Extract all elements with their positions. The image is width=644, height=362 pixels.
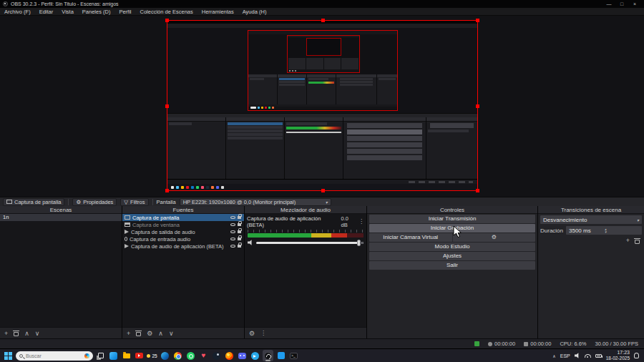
volume-icon[interactable] — [575, 353, 580, 358]
move-scene-down-button[interactable]: ∨ — [35, 330, 40, 337]
settings-button[interactable]: Ajustes — [369, 252, 535, 260]
notifications-icon[interactable] — [634, 353, 639, 358]
start-recording-button[interactable]: Iniciar Grabación — [369, 224, 535, 233]
mixer-menu-kebab-icon[interactable]: ⋮ — [260, 330, 266, 337]
transition-select[interactable]: Desvanecimiento ▾ — [540, 215, 642, 224]
move-source-up-button[interactable]: ∧ — [158, 330, 163, 337]
studio-mode-button[interactable]: Modo Estudio — [369, 243, 535, 251]
start-virtual-camera-button[interactable]: Iniciar Cámara Virtual ⚙ — [369, 233, 535, 242]
battery-icon[interactable] — [595, 354, 602, 358]
obs-taskbar-icon[interactable] — [263, 350, 273, 361]
close-button[interactable]: × — [628, 0, 641, 8]
firefox-icon[interactable] — [224, 350, 235, 361]
speaker-icon[interactable] — [248, 240, 253, 245]
volume-slider-knob[interactable] — [357, 240, 361, 246]
properties-button[interactable]: ⚙ Propiedades — [72, 198, 117, 206]
mixer-dock-title[interactable]: Mezclador de audio — [245, 206, 366, 214]
volume-slider[interactable] — [256, 242, 364, 244]
menu-paneles[interactable]: Paneles (D) — [78, 8, 115, 16]
source-row[interactable]: Captura de audio de aplicación (BETA) — [122, 243, 244, 250]
source-tab[interactable]: Captura de pantalla — [3, 198, 64, 206]
lock-icon[interactable] — [238, 216, 241, 219]
lock-icon[interactable] — [238, 238, 241, 240]
sources-dock-title[interactable]: Fuentes — [122, 206, 244, 214]
exit-button[interactable]: Salir — [369, 261, 535, 270]
source-row[interactable]: Captura de pantalla — [122, 214, 244, 221]
weather-widget[interactable]: 25 — [147, 350, 157, 361]
add-scene-button[interactable]: + — [4, 330, 8, 337]
menu-perfil[interactable]: Perfil — [114, 8, 135, 16]
maximize-button[interactable]: □ — [615, 0, 628, 8]
source-row[interactable]: Captura de entrada audio — [122, 235, 244, 243]
resize-handle[interactable] — [165, 189, 169, 192]
eye-icon[interactable] — [230, 216, 235, 219]
source-row[interactable]: Captura de salida de audio — [122, 228, 244, 235]
add-source-button[interactable]: + — [127, 330, 130, 337]
edge-icon[interactable] — [160, 350, 170, 361]
lock-icon[interactable] — [238, 230, 241, 233]
controls-dock-title[interactable]: Controles — [367, 206, 537, 214]
discord-icon[interactable] — [237, 350, 248, 361]
resize-handle[interactable] — [476, 189, 479, 192]
lock-icon[interactable] — [238, 245, 241, 248]
resize-handle[interactable] — [321, 189, 325, 192]
start-streaming-button[interactable]: Iniciar Transmisión — [369, 215, 535, 223]
duration-spinner[interactable]: 3500 ms ▴ ▾ — [566, 226, 642, 235]
minimize-button[interactable]: — — [602, 0, 615, 8]
filters-button[interactable]: ▽ Filtros — [120, 198, 148, 206]
resize-handle[interactable] — [165, 104, 169, 108]
eye-icon[interactable] — [230, 223, 235, 226]
add-transition-button[interactable]: + — [626, 237, 630, 244]
menu-coleccion[interactable]: Colección de Escenas — [136, 8, 197, 16]
move-source-down-button[interactable]: ∨ — [169, 330, 174, 337]
heart-app-icon[interactable]: ♥ — [198, 350, 209, 361]
menu-vista[interactable]: Vista — [57, 8, 78, 16]
remove-scene-button[interactable] — [14, 330, 19, 336]
telegram-icon[interactable] — [250, 350, 260, 361]
whatsapp-icon[interactable] — [185, 350, 196, 361]
eye-icon[interactable] — [230, 245, 235, 248]
remove-source-button[interactable] — [136, 330, 141, 336]
lock-icon[interactable] — [238, 223, 241, 226]
preview-canvas[interactable] — [0, 16, 644, 197]
menu-ayuda[interactable]: Ayuda (H) — [238, 8, 271, 16]
resize-handle[interactable] — [321, 19, 325, 22]
resize-handle[interactable] — [165, 19, 169, 22]
steam-icon[interactable] — [211, 350, 222, 361]
eye-icon[interactable] — [230, 230, 235, 233]
taskbar-clock[interactable]: 17:23 18-02-2025 — [606, 350, 630, 362]
search-input[interactable] — [26, 353, 67, 358]
eye-icon[interactable] — [230, 238, 235, 240]
transitions-dock-title[interactable]: Transiciones de escena — [538, 206, 644, 214]
remove-transition-button[interactable] — [635, 238, 640, 244]
widgets-button[interactable] — [108, 350, 119, 361]
virtual-camera-settings-icon[interactable]: ⚙ — [452, 233, 536, 242]
mixer-settings-button[interactable]: ⚙ — [249, 330, 255, 337]
tray-chevron-up-icon[interactable]: ∧ — [552, 353, 555, 358]
spin-down-icon[interactable]: ▾ — [605, 230, 640, 233]
chrome-icon[interactable] — [172, 350, 183, 361]
scene-row[interactable]: 1n — [0, 214, 122, 221]
menu-archivo[interactable]: Archivo (F) — [0, 8, 35, 16]
wifi-icon[interactable] — [585, 354, 591, 358]
scenes-dock-title[interactable]: Escenas — [0, 206, 122, 214]
youtube-icon[interactable] — [134, 350, 145, 361]
resize-handle[interactable] — [476, 19, 479, 22]
language-indicator[interactable]: ESP — [560, 353, 570, 358]
move-scene-up-button[interactable]: ∧ — [24, 330, 29, 337]
menu-editar[interactable]: Editar — [35, 8, 58, 16]
vscode-icon[interactable] — [275, 350, 286, 361]
task-view-button[interactable] — [95, 350, 106, 361]
scenes-list[interactable]: 1n — [0, 214, 122, 327]
taskbar-search[interactable] — [16, 351, 93, 361]
source-properties-button[interactable]: ⚙ — [147, 330, 152, 337]
terminal-icon[interactable]: >_ — [288, 350, 299, 361]
menu-herramientas[interactable]: Herramientas — [197, 8, 238, 16]
mixer-options-kebab-icon[interactable]: ⋮ — [358, 218, 364, 225]
start-button[interactable] — [3, 350, 14, 361]
resize-handle[interactable] — [476, 104, 479, 108]
file-explorer-icon[interactable] — [121, 350, 132, 361]
screen-capture-source[interactable] — [167, 20, 478, 191]
sources-list[interactable]: Captura de pantalla Captura de ventana C… — [122, 214, 244, 327]
monitor-select[interactable]: HP E223t: 1920x1080 @ 0,0 (Monitor princ… — [180, 198, 331, 206]
